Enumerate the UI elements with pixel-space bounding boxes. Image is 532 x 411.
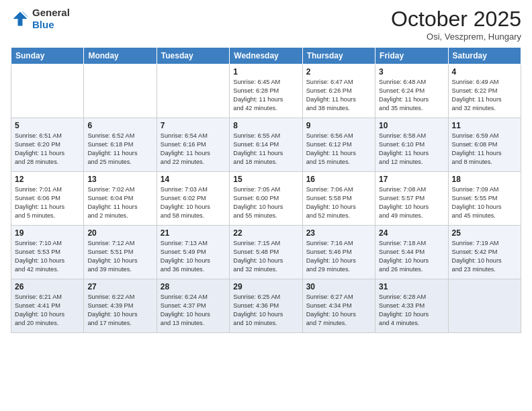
- page: General Blue October 2025 Osi, Veszprem,…: [0, 0, 532, 411]
- calendar-week-row: 5Sunrise: 6:51 AM Sunset: 6:20 PM Daylig…: [11, 118, 521, 172]
- day-info: Sunrise: 6:59 AM Sunset: 6:08 PM Dayligh…: [452, 132, 517, 167]
- day-number: 26: [15, 282, 80, 291]
- day-number: 17: [379, 175, 444, 184]
- day-number: 7: [161, 121, 226, 130]
- day-number: 16: [306, 175, 371, 184]
- table-row: 21Sunrise: 7:13 AM Sunset: 5:49 PM Dayli…: [157, 226, 229, 279]
- day-number: 10: [379, 121, 444, 130]
- day-info: Sunrise: 7:01 AM Sunset: 6:06 PM Dayligh…: [15, 185, 80, 220]
- svg-marker-0: [13, 12, 28, 26]
- day-info: Sunrise: 7:10 AM Sunset: 5:53 PM Dayligh…: [15, 239, 80, 274]
- day-info: Sunrise: 6:47 AM Sunset: 6:26 PM Dayligh…: [306, 78, 371, 113]
- day-number: 24: [379, 228, 444, 238]
- day-info: Sunrise: 7:05 AM Sunset: 6:00 PM Dayligh…: [233, 185, 298, 220]
- day-number: 9: [306, 121, 371, 130]
- day-number: 28: [161, 282, 226, 291]
- day-number: 31: [379, 282, 444, 291]
- table-row: [448, 279, 521, 333]
- logo-general: General: [32, 7, 70, 18]
- table-row: [84, 64, 157, 118]
- day-number: 19: [15, 228, 80, 238]
- table-row: 4Sunrise: 6:49 AM Sunset: 6:22 PM Daylig…: [448, 64, 521, 118]
- table-row: 13Sunrise: 7:02 AM Sunset: 6:04 PM Dayli…: [84, 172, 157, 226]
- day-info: Sunrise: 7:09 AM Sunset: 5:55 PM Dayligh…: [452, 185, 517, 220]
- table-row: 12Sunrise: 7:01 AM Sunset: 6:06 PM Dayli…: [11, 172, 84, 226]
- day-number: 12: [15, 175, 80, 184]
- table-row: 2Sunrise: 6:47 AM Sunset: 6:26 PM Daylig…: [302, 64, 375, 118]
- col-saturday: Saturday: [448, 48, 521, 64]
- day-number: 4: [452, 67, 517, 77]
- table-row: 8Sunrise: 6:55 AM Sunset: 6:14 PM Daylig…: [230, 118, 302, 172]
- table-row: 1Sunrise: 6:45 AM Sunset: 6:28 PM Daylig…: [230, 64, 302, 118]
- col-wednesday: Wednesday: [230, 48, 302, 64]
- day-number: 11: [452, 121, 517, 130]
- day-number: 6: [87, 121, 152, 130]
- col-friday: Friday: [375, 48, 448, 64]
- day-number: 18: [452, 175, 517, 184]
- header: General Blue October 2025 Osi, Veszprem,…: [11, 7, 521, 42]
- day-number: 8: [233, 121, 298, 130]
- title-block: October 2025 Osi, Veszprem, Hungary: [391, 7, 521, 42]
- day-number: 23: [306, 228, 371, 238]
- table-row: [11, 64, 84, 118]
- day-info: Sunrise: 6:25 AM Sunset: 4:36 PM Dayligh…: [233, 293, 298, 328]
- day-info: Sunrise: 7:06 AM Sunset: 5:58 PM Dayligh…: [306, 185, 371, 220]
- day-info: Sunrise: 7:08 AM Sunset: 5:57 PM Dayligh…: [379, 185, 444, 220]
- table-row: 7Sunrise: 6:54 AM Sunset: 6:16 PM Daylig…: [157, 118, 229, 172]
- day-info: Sunrise: 6:52 AM Sunset: 6:18 PM Dayligh…: [87, 132, 152, 167]
- day-info: Sunrise: 6:55 AM Sunset: 6:14 PM Dayligh…: [233, 132, 298, 167]
- day-info: Sunrise: 6:48 AM Sunset: 6:24 PM Dayligh…: [379, 78, 444, 113]
- day-number: 15: [233, 175, 298, 184]
- col-sunday: Sunday: [11, 48, 84, 64]
- table-row: 6Sunrise: 6:52 AM Sunset: 6:18 PM Daylig…: [84, 118, 157, 172]
- table-row: 29Sunrise: 6:25 AM Sunset: 4:36 PM Dayli…: [230, 279, 302, 333]
- day-info: Sunrise: 7:03 AM Sunset: 6:02 PM Dayligh…: [161, 185, 226, 220]
- table-row: 11Sunrise: 6:59 AM Sunset: 6:08 PM Dayli…: [448, 118, 521, 172]
- table-row: 19Sunrise: 7:10 AM Sunset: 5:53 PM Dayli…: [11, 226, 84, 279]
- table-row: 16Sunrise: 7:06 AM Sunset: 5:58 PM Dayli…: [302, 172, 375, 226]
- day-info: Sunrise: 6:49 AM Sunset: 6:22 PM Dayligh…: [452, 78, 517, 113]
- table-row: 25Sunrise: 7:19 AM Sunset: 5:42 PM Dayli…: [448, 226, 521, 279]
- table-row: 26Sunrise: 6:21 AM Sunset: 4:41 PM Dayli…: [11, 279, 84, 333]
- day-number: 29: [233, 282, 298, 291]
- day-number: 27: [87, 282, 152, 291]
- table-row: 20Sunrise: 7:12 AM Sunset: 5:51 PM Dayli…: [84, 226, 157, 279]
- table-row: 23Sunrise: 7:16 AM Sunset: 5:46 PM Dayli…: [302, 226, 375, 279]
- table-row: 10Sunrise: 6:58 AM Sunset: 6:10 PM Dayli…: [375, 118, 448, 172]
- day-info: Sunrise: 7:16 AM Sunset: 5:46 PM Dayligh…: [306, 239, 371, 274]
- table-row: 14Sunrise: 7:03 AM Sunset: 6:02 PM Dayli…: [157, 172, 229, 226]
- table-row: [157, 64, 229, 118]
- day-number: 21: [161, 228, 226, 238]
- logo: General Blue: [11, 7, 70, 31]
- day-info: Sunrise: 6:21 AM Sunset: 4:41 PM Dayligh…: [15, 293, 80, 328]
- day-number: 1: [233, 67, 298, 77]
- logo-icon: [11, 9, 30, 28]
- day-info: Sunrise: 6:22 AM Sunset: 4:39 PM Dayligh…: [87, 293, 152, 328]
- day-info: Sunrise: 7:19 AM Sunset: 5:42 PM Dayligh…: [452, 239, 517, 274]
- day-info: Sunrise: 6:45 AM Sunset: 6:28 PM Dayligh…: [233, 78, 298, 113]
- table-row: 28Sunrise: 6:24 AM Sunset: 4:37 PM Dayli…: [157, 279, 229, 333]
- table-row: 27Sunrise: 6:22 AM Sunset: 4:39 PM Dayli…: [84, 279, 157, 333]
- day-info: Sunrise: 6:56 AM Sunset: 6:12 PM Dayligh…: [306, 132, 371, 167]
- day-info: Sunrise: 6:24 AM Sunset: 4:37 PM Dayligh…: [161, 293, 226, 328]
- day-info: Sunrise: 7:18 AM Sunset: 5:44 PM Dayligh…: [379, 239, 444, 274]
- day-number: 13: [87, 175, 152, 184]
- day-number: 5: [15, 121, 80, 130]
- day-number: 25: [452, 228, 517, 238]
- table-row: 15Sunrise: 7:05 AM Sunset: 6:00 PM Dayli…: [230, 172, 302, 226]
- table-row: 30Sunrise: 6:27 AM Sunset: 4:34 PM Dayli…: [302, 279, 375, 333]
- day-info: Sunrise: 6:28 AM Sunset: 4:33 PM Dayligh…: [379, 293, 444, 328]
- calendar-week-row: 12Sunrise: 7:01 AM Sunset: 6:06 PM Dayli…: [11, 172, 521, 226]
- col-thursday: Thursday: [302, 48, 375, 64]
- day-info: Sunrise: 6:27 AM Sunset: 4:34 PM Dayligh…: [306, 293, 371, 328]
- day-number: 14: [161, 175, 226, 184]
- logo-blue: Blue: [32, 19, 54, 30]
- logo-text: General Blue: [32, 7, 70, 31]
- table-row: 3Sunrise: 6:48 AM Sunset: 6:24 PM Daylig…: [375, 64, 448, 118]
- calendar-table: Sunday Monday Tuesday Wednesday Thursday…: [11, 47, 521, 333]
- day-info: Sunrise: 7:15 AM Sunset: 5:48 PM Dayligh…: [233, 239, 298, 274]
- day-info: Sunrise: 6:58 AM Sunset: 6:10 PM Dayligh…: [379, 132, 444, 167]
- table-row: 18Sunrise: 7:09 AM Sunset: 5:55 PM Dayli…: [448, 172, 521, 226]
- day-number: 20: [87, 228, 152, 238]
- calendar-header-row: Sunday Monday Tuesday Wednesday Thursday…: [11, 48, 521, 64]
